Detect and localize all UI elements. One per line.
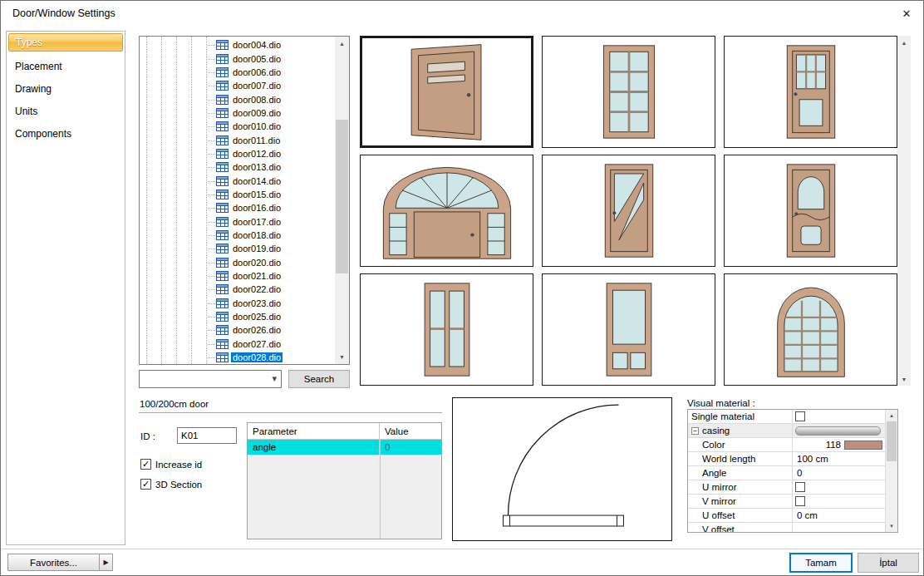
gallery-item-6[interactable] xyxy=(724,155,897,267)
scrollbar-thumb[interactable] xyxy=(336,120,348,273)
material-row[interactable]: World length100 cm xyxy=(688,452,885,466)
scroll-down-icon[interactable]: ▼ xyxy=(897,372,911,386)
sidebar-item-components[interactable]: Components xyxy=(7,123,125,145)
material-row[interactable]: U mirror xyxy=(688,480,885,495)
tree-item-label: door018.dio xyxy=(231,230,283,240)
tree-item-label: door014.dio xyxy=(231,176,283,186)
door-preview-large-lite xyxy=(587,278,671,381)
gallery-scrollbar[interactable]: ▲ ▼ xyxy=(897,36,911,386)
checkbox-icon xyxy=(140,479,151,490)
chevron-down-icon[interactable]: ▾ xyxy=(272,373,277,384)
visual-material-table: Single material−casingColor118World leng… xyxy=(687,409,898,533)
cancel-button[interactable]: İptal xyxy=(858,553,919,573)
material-row[interactable]: V offset xyxy=(688,523,885,533)
tree-item-label: door005.dio xyxy=(231,54,283,64)
material-row-value xyxy=(793,480,885,494)
tree-item[interactable]: door026.dio xyxy=(216,323,335,337)
door-file-icon xyxy=(216,271,229,281)
material-row[interactable]: −casing xyxy=(688,424,885,438)
tree-item[interactable]: door023.dio xyxy=(216,297,335,310)
3d-section-checkbox[interactable]: 3D Section xyxy=(140,479,202,490)
tree-item[interactable]: door022.dio xyxy=(216,283,335,296)
door-plan-preview xyxy=(452,397,672,541)
tree-item[interactable]: door028.dio xyxy=(216,351,335,364)
tree-item[interactable]: door012.dio xyxy=(216,147,335,160)
tree-item[interactable]: door021.dio xyxy=(216,269,335,283)
gallery-item-9[interactable] xyxy=(724,273,897,386)
material-row[interactable]: Single material xyxy=(688,410,885,424)
door-file-icon xyxy=(216,135,229,145)
tree-item-label: door009.dio xyxy=(231,108,283,118)
door-preview-arched-multipane xyxy=(765,279,857,380)
title-bar: Door/Window Settings ✕ xyxy=(1,1,923,26)
gallery-item-8[interactable] xyxy=(542,273,715,386)
sidebar-item-placement[interactable]: Placement xyxy=(7,56,125,78)
door-file-icon xyxy=(216,339,229,349)
door-file-tree: door004.diodoor005.diodoor006.diodoor007… xyxy=(139,36,350,365)
tree-item[interactable]: door013.dio xyxy=(216,160,335,174)
door-file-icon xyxy=(216,217,229,227)
tree-scrollbar[interactable]: ▲ ▼ xyxy=(335,37,349,364)
scroll-up-icon[interactable]: ▲ xyxy=(335,37,349,51)
parameter-column-header: Parameter xyxy=(248,423,380,439)
tree-item[interactable]: door005.dio xyxy=(216,52,335,65)
sidebar-item-drawing[interactable]: Drawing xyxy=(7,78,125,101)
material-row-value xyxy=(793,424,885,437)
door-type-label: 100/200cm door xyxy=(140,399,209,409)
gallery-item-2[interactable] xyxy=(542,36,715,148)
scroll-up-icon[interactable]: ▲ xyxy=(886,410,897,421)
scrollbar-thumb[interactable] xyxy=(887,421,897,461)
3d-section-label: 3D Section xyxy=(155,480,202,490)
search-button[interactable]: Search xyxy=(288,370,350,388)
gallery-item-1[interactable] xyxy=(360,36,533,148)
tree-item[interactable]: door019.dio xyxy=(216,242,335,255)
material-row[interactable]: Color118 xyxy=(688,438,885,452)
close-icon[interactable]: ✕ xyxy=(897,6,916,22)
tree-item-label: door025.dio xyxy=(231,312,283,322)
checkbox-icon[interactable] xyxy=(795,482,805,492)
tree-item[interactable]: door017.dio xyxy=(216,214,335,228)
ok-button[interactable]: Tamam xyxy=(789,553,853,573)
increase-id-checkbox[interactable]: Increase id xyxy=(140,459,202,470)
tree-item[interactable]: door011.dio xyxy=(216,133,335,146)
tree-item[interactable]: door016.dio xyxy=(216,201,335,214)
tree-item[interactable]: door004.dio xyxy=(216,38,335,52)
gallery-item-3[interactable] xyxy=(724,36,897,148)
scroll-down-icon[interactable]: ▼ xyxy=(886,520,897,532)
door-file-icon xyxy=(216,162,229,172)
sidebar-item-types[interactable]: Types xyxy=(8,33,123,52)
parameter-row[interactable]: angle0 xyxy=(248,440,441,455)
material-row[interactable]: Angle0 xyxy=(688,466,885,480)
sidebar-item-units[interactable]: Units xyxy=(7,101,125,123)
tree-item[interactable]: door025.dio xyxy=(216,310,335,323)
tree-item[interactable]: door006.dio xyxy=(216,66,335,79)
door-file-icon xyxy=(216,121,229,131)
material-row[interactable]: U offset0 cm xyxy=(688,509,885,523)
tree-item[interactable]: door015.dio xyxy=(216,188,335,201)
gallery-item-5[interactable] xyxy=(542,155,715,267)
tree-item[interactable]: door008.dio xyxy=(216,92,335,106)
color-swatch[interactable] xyxy=(844,441,882,450)
door-file-icon xyxy=(216,298,229,308)
material-scrollbar[interactable]: ▲ ▼ xyxy=(885,410,897,532)
tree-item[interactable]: door018.dio xyxy=(216,229,335,242)
scroll-up-icon[interactable]: ▲ xyxy=(897,36,911,49)
tree-item[interactable]: door014.dio xyxy=(216,174,335,187)
tree-item[interactable]: door007.dio xyxy=(216,79,335,92)
tree-item[interactable]: door009.dio xyxy=(216,106,335,120)
checkbox-icon[interactable] xyxy=(795,411,805,421)
checkbox-icon[interactable] xyxy=(795,496,805,506)
tree-item[interactable]: door010.dio xyxy=(216,120,335,133)
material-row[interactable]: V mirror xyxy=(688,495,885,509)
gallery-item-4[interactable] xyxy=(360,155,533,267)
gallery-item-7[interactable] xyxy=(360,273,533,386)
search-combo[interactable]: ▾ xyxy=(139,370,282,388)
scroll-down-icon[interactable]: ▼ xyxy=(335,350,349,364)
parameter-table: Parameter Value angle0 xyxy=(247,422,442,539)
group-divider xyxy=(139,412,442,413)
favorites-button[interactable]: Favorites... ▶ xyxy=(7,554,113,571)
collapse-icon[interactable]: − xyxy=(691,427,699,435)
tree-item[interactable]: door027.dio xyxy=(216,337,335,351)
id-input[interactable] xyxy=(177,427,237,444)
tree-item[interactable]: door020.dio xyxy=(216,256,335,269)
